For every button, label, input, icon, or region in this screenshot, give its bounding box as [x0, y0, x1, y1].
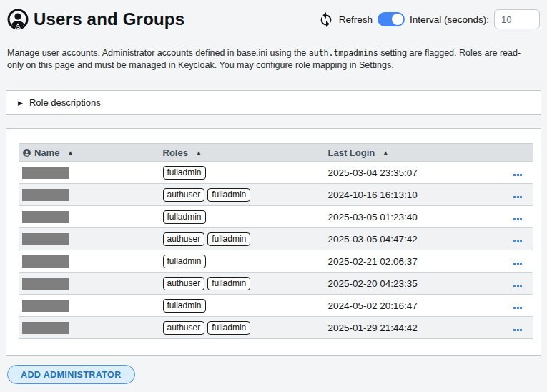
last-login-cell: 2025-01-29 21:44:42 — [325, 317, 501, 339]
role-badge-authuser: authuser — [163, 277, 205, 290]
interval-label: Interval (seconds): — [410, 14, 489, 25]
user-name-cell — [19, 295, 160, 317]
column-header-actions — [501, 144, 533, 162]
user-row: authuserfulladmin2025-01-29 21:44:42 — [19, 317, 533, 339]
top-bar: A Users and Groups Refresh Interval (sec… — [0, 0, 547, 31]
role-badge-fulladmin: fulladmin — [163, 166, 206, 180]
user-roles-cell: authuserfulladmin — [160, 273, 325, 295]
role-badge-fulladmin: fulladmin — [207, 277, 250, 290]
account-circle-icon — [22, 148, 31, 157]
user-name-cell — [19, 162, 160, 184]
row-menu-button[interactable] — [512, 283, 523, 288]
user-row: fulladmin2025-02-21 02:06:37 — [19, 250, 533, 273]
user-roles-cell: fulladmin — [160, 295, 325, 317]
row-menu-button[interactable] — [512, 217, 523, 222]
row-menu-button[interactable] — [512, 239, 523, 244]
redacted-name — [22, 211, 69, 223]
redacted-name — [22, 189, 69, 201]
role-badge-fulladmin: fulladmin — [207, 188, 250, 202]
admin-user-icon: A — [7, 9, 29, 30]
refresh-toggle[interactable] — [378, 12, 405, 26]
refresh-icon — [318, 11, 334, 27]
row-menu-button[interactable] — [512, 305, 523, 310]
chevron-right-icon: ▶ — [18, 99, 23, 107]
last-login-cell: 2024-10-16 16:13:10 — [325, 184, 501, 206]
role-badge-fulladmin: fulladmin — [207, 232, 250, 246]
user-row: fulladmin2025-03-04 23:35:07 — [19, 162, 533, 184]
svg-text:A: A — [16, 24, 20, 30]
row-menu-button[interactable] — [512, 328, 523, 333]
intro-part-1: Manage user accounts. Administrator acco… — [7, 48, 309, 58]
column-label-name: Name — [34, 147, 59, 158]
user-roles-cell: authuserfulladmin — [160, 317, 325, 339]
users-and-groups-page: A Users and Groups Refresh Interval (sec… — [0, 0, 547, 392]
code-auth-tmpadmins: auth.tmpadmins — [309, 48, 378, 58]
row-menu-button[interactable] — [512, 261, 523, 266]
table-header-row: Name ▲ Roles ▲ Last Login ▲ — [19, 144, 533, 162]
role-badge-fulladmin: fulladmin — [163, 255, 206, 268]
user-name-cell — [19, 250, 160, 273]
interval-input[interactable] — [494, 9, 540, 29]
role-descriptions-expander[interactable]: ▶ Role descriptions — [6, 90, 541, 115]
redacted-name — [22, 300, 69, 312]
role-badge-fulladmin: fulladmin — [207, 321, 250, 335]
row-menu-button[interactable] — [512, 195, 523, 200]
user-name-cell — [19, 206, 160, 228]
row-actions-cell — [501, 228, 533, 250]
redacted-name — [22, 255, 69, 268]
users-table-card: Name ▲ Roles ▲ Last Login ▲ — [6, 128, 541, 356]
last-login-cell: 2025-03-05 01:23:40 — [325, 206, 501, 228]
column-label-last-login: Last Login — [328, 147, 375, 158]
user-roles-cell: authuserfulladmin — [160, 184, 325, 206]
row-actions-cell — [501, 317, 533, 339]
user-roles-cell: fulladmin — [160, 162, 325, 184]
user-row: authuserfulladmin2024-10-16 16:13:10 — [19, 184, 533, 206]
column-header-last-login[interactable]: Last Login ▲ — [325, 144, 501, 162]
toggle-knob — [392, 14, 403, 25]
user-roles-cell: fulladmin — [160, 206, 325, 228]
last-login-cell: 2025-03-05 04:47:42 — [325, 228, 501, 250]
redacted-name — [22, 322, 69, 334]
add-administrator-button[interactable]: ADD ADMINISTRATOR — [7, 365, 135, 384]
user-row: fulladmin2025-03-05 01:23:40 — [19, 206, 533, 228]
last-login-cell: 2024-05-02 20:16:47 — [325, 295, 501, 317]
sort-asc-icon: ▲ — [196, 150, 202, 156]
user-roles-cell: fulladmin — [160, 250, 325, 273]
role-badge-authuser: authuser — [163, 188, 205, 202]
user-name-cell — [19, 317, 160, 339]
title-wrap: A Users and Groups — [7, 9, 184, 30]
redacted-name — [22, 278, 69, 290]
redacted-name — [22, 233, 69, 245]
row-actions-cell — [501, 206, 533, 228]
redacted-name — [22, 167, 69, 179]
user-roles-cell: authuserfulladmin — [160, 228, 325, 250]
row-actions-cell — [501, 295, 533, 317]
role-badge-fulladmin: fulladmin — [163, 299, 206, 313]
last-login-cell: 2025-02-20 04:23:35 — [325, 273, 501, 295]
page-title: Users and Groups — [34, 9, 184, 29]
column-header-roles[interactable]: Roles ▲ — [160, 144, 325, 162]
refresh-cluster: Refresh Interval (seconds): — [318, 9, 540, 29]
user-row: authuserfulladmin2025-03-05 04:47:42 — [19, 228, 533, 250]
intro-text: Manage user accounts. Administrator acco… — [7, 47, 536, 72]
last-login-cell: 2025-02-21 02:06:37 — [325, 250, 501, 273]
role-descriptions-label: Role descriptions — [29, 97, 101, 108]
column-label-roles: Roles — [163, 147, 188, 158]
last-login-cell: 2025-03-04 23:35:07 — [325, 162, 501, 184]
users-table-body: fulladmin2025-03-04 23:35:07authuserfull… — [19, 162, 533, 339]
column-header-name[interactable]: Name ▲ — [19, 144, 160, 162]
row-actions-cell — [501, 250, 533, 273]
row-menu-button[interactable] — [512, 172, 523, 177]
user-name-cell — [19, 184, 160, 206]
users-table: Name ▲ Roles ▲ Last Login ▲ — [19, 143, 533, 339]
row-actions-cell — [501, 273, 533, 295]
sort-asc-icon: ▲ — [383, 150, 388, 156]
role-badge-authuser: authuser — [163, 321, 205, 335]
role-badge-authuser: authuser — [163, 232, 205, 246]
row-actions-cell — [501, 184, 533, 206]
row-actions-cell — [501, 162, 533, 184]
sort-asc-icon: ▲ — [67, 150, 73, 156]
refresh-label: Refresh — [339, 14, 373, 25]
user-name-cell — [19, 228, 160, 250]
user-row: authuserfulladmin2025-02-20 04:23:35 — [19, 273, 533, 295]
